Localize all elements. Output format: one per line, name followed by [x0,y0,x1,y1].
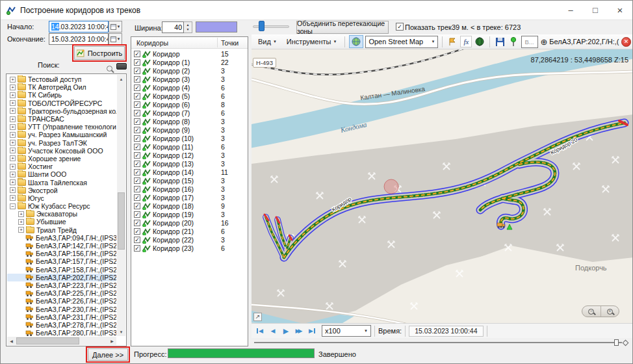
target-icon[interactable]: ⊕ [540,37,547,47]
tree-item-folder[interactable]: +Участок Коксовый ООО [7,147,116,155]
corridor-checkbox[interactable]: ✓ [134,135,140,142]
base-layer-select[interactable]: Open Street Map ▼ [365,36,438,48]
corridor-checkbox[interactable]: ✓ [134,101,140,108]
corridor-checkbox[interactable]: ✓ [134,93,140,99]
tree-item-folder[interactable]: +ТОБОЛСТРОЙРЕСУРС [7,99,116,107]
tree-item-vehicle[interactable]: БелАЗ,ГАР:202,Г/Н:,(IPS20302668 [7,274,116,281]
corridor-row[interactable]: ✓Коридор (17)3 [131,193,248,202]
corridor-row[interactable]: ✓Коридор (22)3 [131,235,248,244]
corridor-checkbox[interactable]: ✓ [134,127,140,133]
tree-item-folder[interactable]: +Экострой [7,187,116,194]
next-button[interactable]: Далее >> [88,348,128,361]
corridor-checkbox[interactable]: ✓ [134,68,140,74]
base-map-toggle-button[interactable] [349,35,363,48]
speed-select[interactable]: x100 ▼ [322,325,371,337]
corridor-checkbox[interactable]: ✓ [134,194,140,201]
end-date-calendar-button[interactable]: ▼ [109,33,122,45]
tree-item-folder[interactable]: +Триал Трейд [7,226,116,234]
corridor-row[interactable]: ✓Коридор (16)3 [131,185,248,193]
corridor-row[interactable]: ✓Коридор (3)3 [131,75,248,83]
tree-item-folder[interactable]: +уч. Разрез Камышанский [7,131,116,138]
corridor-checkbox[interactable]: ✓ [134,161,140,167]
corridor-row[interactable]: ✓Коридор (15)3 [131,176,248,185]
tree-item-folder[interactable]: +Тракторно-бульдозерная колонна [7,107,116,115]
tree-item-vehicle[interactable]: БелАЗ,ГАР:223,Г/Н:,(IPS20500153 [7,281,116,289]
time-slider-end-icon[interactable] [623,340,629,346]
expand-icon[interactable]: + [10,84,16,90]
expand-icon[interactable]: + [10,100,16,106]
corridor-checkbox[interactable]: ✓ [134,118,140,125]
tree-item-folder[interactable]: +Шахта Тайлепская [7,178,116,186]
corridor-row[interactable]: ✓Коридор (18)9 [131,202,248,210]
skip-start-button[interactable]: ◀ [254,326,266,337]
tree-horizontal-scrollbar[interactable]: ◀ ▶ [7,337,116,345]
tree-item-folder[interactable]: +ТРАНСБАС [7,115,116,123]
scroll-up-icon[interactable]: ▲ [117,75,125,83]
tree-item-folder[interactable]: +Югус [7,194,116,202]
stepper-arrows-icon[interactable]: ▲▼ [184,21,192,33]
corridor-checkbox[interactable]: ✓ [134,110,140,116]
collapse-icon[interactable]: − [10,203,16,209]
slider-thumb[interactable] [259,21,265,31]
tree-item-vehicle[interactable]: БелАЗ,ГАР:280,Г/Н:,(IPS30301904 [7,329,116,336]
time-slider-thumb[interactable] [614,339,619,346]
width-value[interactable]: 40 [162,21,184,33]
play-button[interactable]: ▶ [280,326,292,337]
mini-search-input[interactable]: В... [521,36,538,48]
expand-map-button[interactable]: ↗ [253,313,262,321]
minimize-button[interactable]: – [558,1,583,20]
tree-item-vehicle[interactable]: БелАЗ,ГАР:142,Г/Н:,(IPS20303025 [7,242,116,250]
corridor-row[interactable]: ✓Коридор (13)3 [131,159,248,168]
corridor-checkbox[interactable]: ✓ [134,203,140,209]
step-back-button[interactable]: ◀ [267,326,279,337]
tree-item-folder[interactable]: +уч. Разрез ТалТЭК [7,139,116,147]
time-value-box[interactable]: 15.03.2023 10:00:44 [409,326,483,337]
tree-item-folder[interactable]: −Юж Кузбасс Ресурс [7,202,116,210]
tree-item-folder[interactable]: +Экскаваторы [7,210,116,218]
corridor-row[interactable]: ✓Коридор (4)6 [131,83,248,92]
merge-zones-button[interactable]: Объединить перетекающие зоны [296,21,389,34]
corridor-row[interactable]: ✓Коридор (23)6 [131,244,248,252]
maximize-button[interactable]: □ [583,1,608,20]
fast-forward-button[interactable]: ▶▶ [293,326,305,337]
keyboard-icon[interactable] [116,63,127,70]
scroll-right-icon[interactable]: ▶ [108,337,116,345]
expand-icon[interactable]: + [10,148,16,153]
tree-item-folder[interactable]: +УТТ (Управление технологического тр [7,123,116,131]
width-stepper[interactable]: 40 ▲▼ [162,21,192,33]
end-date-input[interactable]: 15.03.2023 10:00:44 [49,33,109,45]
expand-icon[interactable]: + [10,77,16,83]
map-viewport[interactable]: Кондома Калтан — Малиновка Подкорчь Кори… [252,49,633,323]
expand-icon[interactable]: + [10,187,16,193]
corridor-row[interactable]: ✓Коридор (2)3 [131,66,248,75]
corridor-row[interactable]: ✓Коридор (8)3 [131,117,248,125]
start-date-calendar-button[interactable]: ▼ [109,21,122,32]
tree-item-folder[interactable]: +Убывшие [7,218,116,226]
dark-globe-icon[interactable] [474,36,485,47]
corridor-row[interactable]: ✓Коридор15 [131,49,248,58]
corridor-checkbox[interactable]: ✓ [134,186,140,192]
corridor-row[interactable]: ✓Коридор (9)3 [131,125,248,134]
skip-end-button[interactable]: ▶ [306,326,318,337]
function-icon[interactable]: fx [460,36,472,47]
build-button[interactable]: Построить [74,46,125,60]
tree-item-vehicle[interactable]: БелАЗ,ГАР:230,Г/Н:,(IPS20500171 [7,305,116,313]
corridor-checkbox[interactable]: ✓ [134,76,140,83]
expand-icon[interactable]: + [10,164,16,170]
close-button[interactable]: × [608,1,632,20]
tree-item-folder[interactable]: +ТК Сибирь [7,91,116,99]
corridor-checkbox[interactable]: ✓ [134,84,140,91]
expand-icon[interactable]: + [18,227,24,233]
tree-item-vehicle[interactable]: БелАЗ,ГАР:226,Г/Н:,(IPS20500153 [7,297,116,305]
corridor-row[interactable]: ✓Коридор (5)6 [131,92,248,100]
expand-icon[interactable]: + [10,132,16,138]
corridor-row[interactable]: ✓Коридор (12)3 [131,151,248,159]
corridor-checkbox[interactable]: ✓ [134,51,140,57]
expand-icon[interactable]: + [10,172,16,177]
corridor-checkbox[interactable]: ✓ [134,237,140,243]
placemark-icon[interactable] [508,36,519,47]
corridor-checkbox[interactable]: ✓ [134,177,140,184]
scroll-down-icon[interactable]: ▼ [117,328,125,336]
corridor-row[interactable]: ✓Коридор (14)11 [131,168,248,176]
tree-item-folder[interactable]: +Тестовый доступ [7,75,116,83]
